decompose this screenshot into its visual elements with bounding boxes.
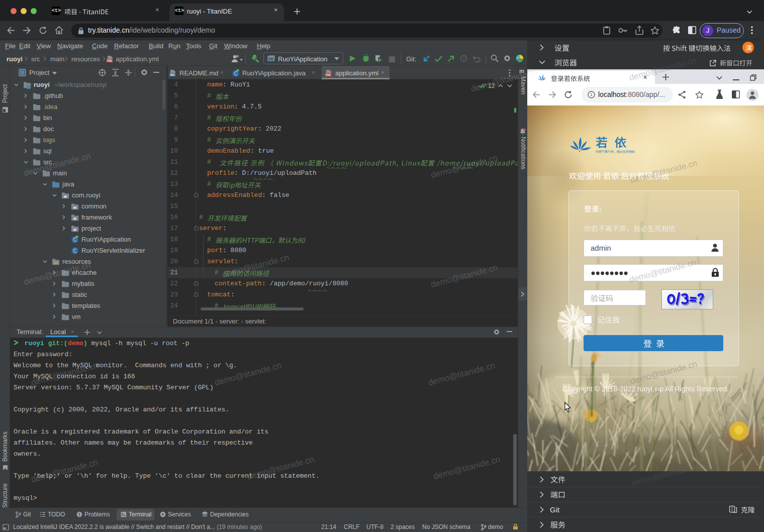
svg-text:YML: YML — [107, 59, 112, 62]
svg-text:YML: YML — [325, 73, 331, 76]
svg-text:C: C — [73, 248, 76, 254]
svg-text:MD: MD — [170, 73, 175, 76]
